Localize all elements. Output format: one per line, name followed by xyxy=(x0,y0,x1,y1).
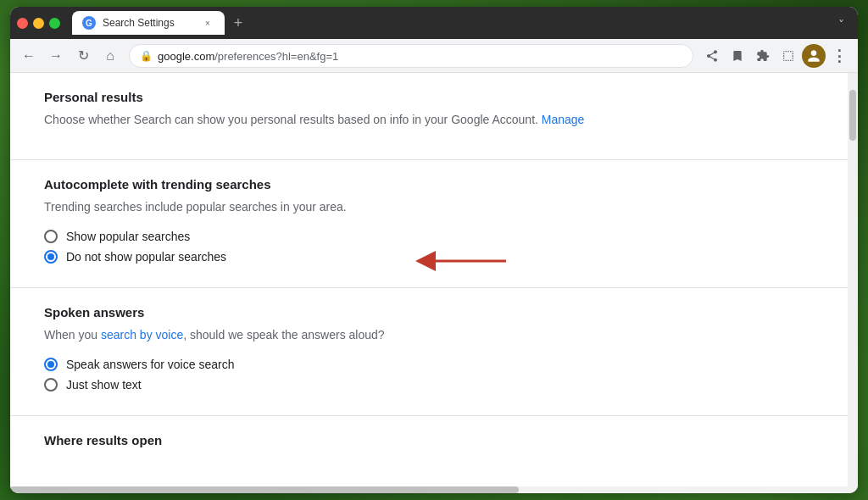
spoken-answers-description: When you search by voice, should we spea… xyxy=(44,326,814,344)
tab-title: Search Settings xyxy=(103,17,194,29)
title-bar: Search Settings × + ˅ xyxy=(10,7,858,39)
where-results-section: Where results open xyxy=(10,415,848,471)
tab-close-button[interactable]: × xyxy=(201,16,214,30)
do-not-show-option[interactable]: Do not show popular searches xyxy=(44,250,814,264)
do-not-show-label: Do not show popular searches xyxy=(66,250,226,264)
share-button[interactable] xyxy=(700,44,724,68)
just-show-text-option[interactable]: Just show text xyxy=(44,378,814,392)
content-area: Personal results Choose whether Search c… xyxy=(10,73,858,486)
new-tab-button[interactable]: + xyxy=(226,11,250,35)
just-show-text-label: Just show text xyxy=(66,378,142,392)
navigation-bar: ← → ↻ ⌂ 🔒 google.com/preferences?hl=en&f… xyxy=(10,39,858,73)
spoken-answers-radio-group: Speak answers for voice search Just show… xyxy=(44,358,814,392)
scrollbar-thumb[interactable] xyxy=(849,90,856,141)
spoken-answers-title: Spoken answers xyxy=(44,305,814,319)
tab-bar: Search Settings × + ˅ xyxy=(72,11,851,35)
autocomplete-radio-group: Show popular searches Do not show popula… xyxy=(44,230,814,264)
url-domain: google.com xyxy=(158,50,214,63)
personal-results-section: Personal results Choose whether Search c… xyxy=(10,73,848,159)
personal-results-description: Choose whether Search can show you perso… xyxy=(44,111,814,129)
bottom-scrollbar-thumb[interactable] xyxy=(10,486,519,493)
lock-icon: 🔒 xyxy=(140,50,153,62)
home-button[interactable]: ⌂ xyxy=(98,44,122,68)
nav-actions: ⋮ xyxy=(700,44,851,68)
back-button[interactable]: ← xyxy=(17,44,41,68)
spoken-answers-section: Spoken answers When you search by voice,… xyxy=(10,287,848,415)
url-path: /preferences?hl=en&fg=1 xyxy=(214,50,338,63)
active-tab[interactable]: Search Settings × xyxy=(72,11,225,35)
reload-button[interactable]: ↻ xyxy=(71,44,95,68)
speak-answers-option[interactable]: Speak answers for voice search xyxy=(44,358,814,371)
search-by-voice-link[interactable]: search by voice xyxy=(101,328,183,342)
personal-results-title: Personal results xyxy=(44,90,814,104)
forward-button[interactable]: → xyxy=(44,44,68,68)
autocomplete-title: Autocomplete with trending searches xyxy=(44,177,814,192)
tab-favicon xyxy=(82,16,96,30)
arrow-annotation xyxy=(409,248,510,274)
tab-view-button[interactable] xyxy=(776,44,800,68)
extensions-button[interactable] xyxy=(751,44,775,68)
speak-answers-label: Speak answers for voice search xyxy=(66,358,234,371)
speak-answers-radio[interactable] xyxy=(44,358,58,371)
bookmark-button[interactable] xyxy=(726,44,749,68)
manage-link[interactable]: Manage xyxy=(542,113,585,126)
do-not-show-radio[interactable] xyxy=(44,250,58,264)
address-bar[interactable]: 🔒 google.com/preferences?hl=en&fg=1 xyxy=(129,44,693,68)
minimize-window-button[interactable] xyxy=(33,18,44,29)
window-controls xyxy=(17,18,60,29)
tab-menu-button[interactable]: ˅ xyxy=(832,14,851,35)
profile-button[interactable] xyxy=(802,44,826,68)
show-popular-radio[interactable] xyxy=(44,230,58,243)
just-show-text-radio[interactable] xyxy=(44,378,58,392)
maximize-window-button[interactable] xyxy=(49,18,60,29)
show-popular-option[interactable]: Show popular searches xyxy=(44,230,814,243)
url-display: google.com/preferences?hl=en&fg=1 xyxy=(158,48,338,64)
where-results-title: Where results open xyxy=(44,433,814,447)
close-window-button[interactable] xyxy=(17,18,28,29)
autocomplete-description: Trending searches include popular search… xyxy=(44,198,814,216)
scrollbar-track[interactable] xyxy=(848,73,858,486)
tab-bar-right: ˅ xyxy=(832,14,851,35)
chrome-menu-button[interactable]: ⋮ xyxy=(827,44,851,68)
autocomplete-section: Autocomplete with trending searches Tren… xyxy=(10,159,848,287)
bottom-scrollbar[interactable] xyxy=(10,486,858,493)
show-popular-label: Show popular searches xyxy=(66,230,190,243)
page-content: Personal results Choose whether Search c… xyxy=(10,73,848,486)
browser-window: Search Settings × + ˅ ← → ↻ ⌂ 🔒 google.c… xyxy=(10,7,858,493)
